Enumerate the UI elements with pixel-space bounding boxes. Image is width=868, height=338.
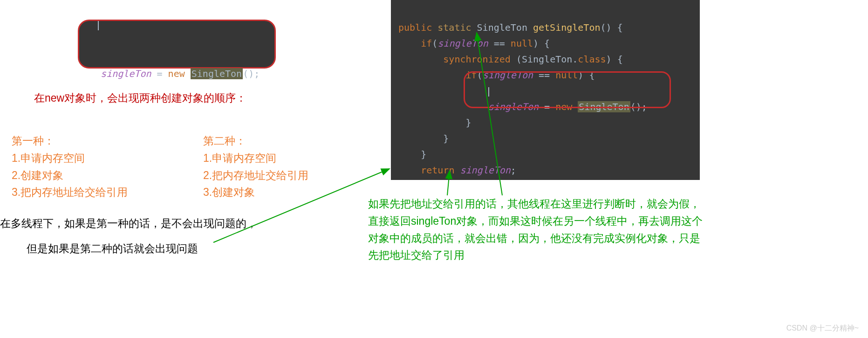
option-first-step2: 2.创建对象 bbox=[12, 167, 128, 184]
option-first-title: 第一种： bbox=[12, 132, 128, 150]
watermark: CSDN @十二分精神~ bbox=[786, 324, 859, 333]
note-green: 如果先把地址交给引用的话，其他线程在这里进行判断时，就会为假，直接返回singl… bbox=[368, 195, 704, 264]
option-first: 第一种： 1.申请内存空间 2.创建对象 3.把内存地址给交给引用 bbox=[12, 132, 128, 201]
option-second: 第二种： 1.申请内存空间 2.把内存地址交给引用 3.创建对象 bbox=[203, 132, 308, 201]
option-first-step1: 1.申请内存空间 bbox=[12, 150, 128, 167]
option-first-step3: 3.把内存地址给交给引用 bbox=[12, 184, 128, 201]
code-snippet-small: singleTon = new SingleTon(); bbox=[78, 20, 276, 69]
option-second-title: 第二种： bbox=[203, 132, 308, 150]
code-token: singleTon bbox=[101, 68, 151, 79]
note-black-line2: 但是如果是第二种的话就会出现问题 bbox=[27, 239, 198, 258]
option-second-step1: 1.申请内存空间 bbox=[203, 150, 308, 167]
option-second-step3: 3.创建对象 bbox=[203, 184, 308, 201]
option-second-step2: 2.把内存地址交给引用 bbox=[203, 167, 308, 184]
highlight-box-new-statement bbox=[464, 71, 671, 108]
note-black-line1: 在多线程下，如果是第一种的话，是不会出现问题的， bbox=[0, 214, 257, 233]
note-red: 在new对象时，会出现两种创建对象的顺序： bbox=[34, 91, 246, 105]
